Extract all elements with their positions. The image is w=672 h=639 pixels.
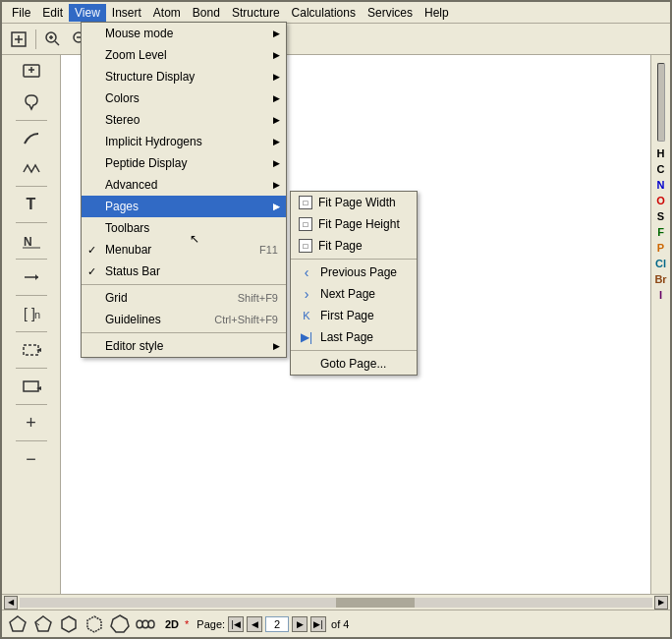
mode-indicator: 2D <box>165 618 179 630</box>
menu-services[interactable]: Services <box>362 4 419 22</box>
page-of-label: of 4 <box>331 618 349 630</box>
first-page-btn[interactable]: |◀ <box>228 616 244 632</box>
next-page[interactable]: › Next Page <box>291 283 417 305</box>
svg-text:n: n <box>34 309 40 320</box>
left-tool-sep-4 <box>16 259 47 260</box>
cyclohexane-btn[interactable] <box>83 612 106 636</box>
next-page-btn[interactable]: ▶ <box>292 616 308 632</box>
menu-help[interactable]: Help <box>419 4 455 22</box>
goto-page-icon <box>299 356 314 372</box>
select-tool[interactable] <box>15 59 48 87</box>
menu-edit[interactable]: Edit <box>36 4 69 22</box>
element-N[interactable]: N <box>651 177 670 193</box>
page-input[interactable] <box>265 616 289 632</box>
view-menu-dropdown: Mouse mode Zoom Level Structure Display … <box>81 22 287 358</box>
left-tool-sep-6 <box>16 331 47 332</box>
scroll-track[interactable] <box>20 598 652 608</box>
svg-text:]: ] <box>31 306 35 321</box>
svg-marker-29 <box>111 615 129 632</box>
submenu-sep-1 <box>291 259 417 260</box>
last-page-btn[interactable]: ▶| <box>310 616 326 632</box>
fit-page[interactable]: □ Fit Page <box>291 235 417 257</box>
menu-view[interactable]: View <box>69 4 106 22</box>
element-O[interactable]: O <box>651 193 670 208</box>
n-tool[interactable]: N <box>15 227 48 255</box>
cyclopentane-btn[interactable] <box>6 612 29 636</box>
svg-text:N: N <box>24 235 32 249</box>
chain-ring-btn[interactable] <box>134 612 157 636</box>
menu-peptide-display[interactable]: Peptide Display <box>82 152 286 174</box>
menu-insert[interactable]: Insert <box>106 4 147 22</box>
last-page-icon: ▶| <box>299 329 314 345</box>
scroll-right-btn[interactable]: ▶ <box>654 596 668 610</box>
menu-colors[interactable]: Colors <box>82 87 286 109</box>
menu-editor-style[interactable]: Editor style <box>82 335 286 357</box>
element-I[interactable]: I <box>651 287 670 303</box>
menu-implicit-hydrogens[interactable]: Implicit Hydrogens <box>82 131 286 152</box>
menu-atom[interactable]: Atom <box>147 4 187 22</box>
first-page-menu[interactable]: K First Page <box>291 305 417 326</box>
element-F[interactable]: F <box>651 224 670 240</box>
menu-file[interactable]: File <box>6 4 36 22</box>
minus-btn[interactable]: − <box>15 445 48 473</box>
menu-structure-display[interactable]: Structure Display <box>82 66 286 87</box>
fit-page-height[interactable]: □ Fit Page Height <box>291 213 417 235</box>
previous-page[interactable]: ‹ Previous Page <box>291 261 417 283</box>
left-tool-sep-3 <box>16 222 47 223</box>
svg-text:[: [ <box>24 306 28 321</box>
menu-advanced[interactable]: Advanced <box>82 174 286 196</box>
svg-marker-28 <box>87 616 101 632</box>
prev-page-btn[interactable]: ◀ <box>247 616 262 632</box>
menu-toolbars[interactable]: Toolbars <box>82 217 286 239</box>
cyclopentene-btn[interactable] <box>31 612 55 636</box>
menu-structure[interactable]: Structure <box>226 4 286 22</box>
bond-tool[interactable] <box>15 125 48 152</box>
add-btn[interactable]: + <box>15 409 48 436</box>
select-tool-btn[interactable] <box>6 28 31 51</box>
menu-guidelines[interactable]: Guidelines Ctrl+Shift+F9 <box>82 309 286 330</box>
menu-pages[interactable]: Pages ▶ <box>82 196 286 217</box>
benzene-btn[interactable] <box>57 612 81 636</box>
scroll-left-btn[interactable]: ◀ <box>4 596 18 610</box>
left-tool-sep-7 <box>16 368 47 369</box>
element-Cl[interactable]: Cl <box>651 256 670 271</box>
element-P[interactable]: P <box>651 240 670 256</box>
menubar-shortcut: F11 <box>240 244 278 256</box>
cycloheptane-btn[interactable] <box>108 612 132 636</box>
shape-tool[interactable] <box>15 373 48 400</box>
menu-bond[interactable]: Bond <box>187 4 226 22</box>
goto-page[interactable]: Goto Page... <box>291 353 417 375</box>
svg-rect-22 <box>24 381 38 391</box>
menu-grid[interactable]: Grid Shift+F9 <box>82 287 286 309</box>
bracket-tool[interactable]: [ n ] <box>15 300 48 327</box>
element-Br[interactable]: Br <box>651 271 670 287</box>
next-page-icon: › <box>299 286 314 302</box>
element-S[interactable]: S <box>651 208 670 224</box>
menu-stereo[interactable]: Stereo <box>82 109 286 131</box>
left-tool-sep-1 <box>16 120 47 121</box>
lasso-tool[interactable] <box>15 88 48 116</box>
menu-calculations[interactable]: Calculations <box>286 4 362 22</box>
left-tool-sep-8 <box>16 404 47 405</box>
fit-page-width[interactable]: □ Fit Page Width <box>291 192 417 213</box>
text-tool[interactable]: T <box>15 191 48 218</box>
element-C[interactable]: C <box>651 161 670 177</box>
fit-page-width-icon: □ <box>299 196 312 209</box>
left-tool-sep-9 <box>16 440 47 441</box>
arrow-tool[interactable] <box>15 263 48 291</box>
first-page-icon: K <box>299 308 314 323</box>
menu-zoom-level[interactable]: Zoom Level <box>82 44 286 66</box>
menu-separator-2 <box>82 332 286 333</box>
menu-menubar[interactable]: Menubar F11 <box>82 239 286 261</box>
menu-mouse-mode[interactable]: Mouse mode <box>82 23 286 44</box>
last-page-menu[interactable]: ▶| Last Page <box>291 326 417 348</box>
right-panel-slider[interactable] <box>657 63 665 142</box>
guidelines-shortcut: Ctrl+Shift+F9 <box>195 314 278 325</box>
scroll-thumb[interactable] <box>336 598 415 608</box>
element-H[interactable]: H <box>651 145 670 161</box>
svg-marker-24 <box>10 616 26 631</box>
zoom-in-btn[interactable] <box>40 28 66 51</box>
rect-select[interactable] <box>15 336 48 364</box>
menu-status-bar[interactable]: Status Bar <box>82 261 286 282</box>
chain-tool[interactable] <box>15 154 48 182</box>
